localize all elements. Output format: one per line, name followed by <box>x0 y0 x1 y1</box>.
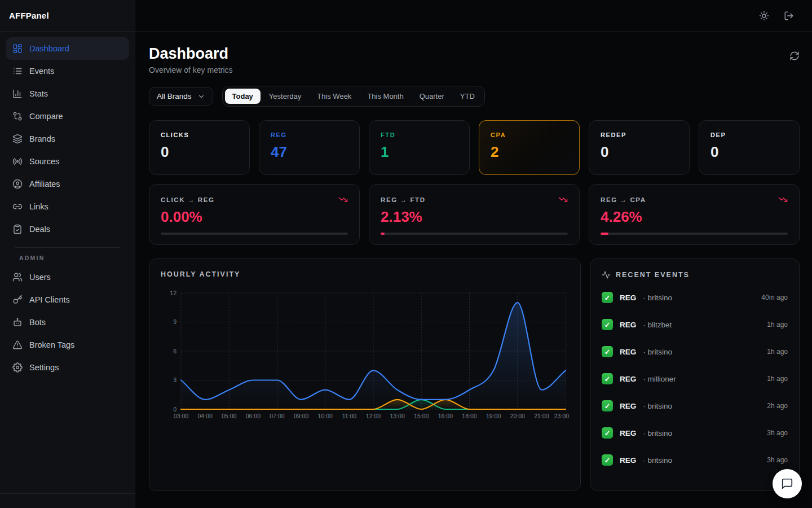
bottom-row: HOURLY ACTIVITY 03691203:0004:0005:0006:… <box>149 259 800 491</box>
progress-bar <box>381 233 568 235</box>
sidebar-item-events[interactable]: Events <box>6 60 129 82</box>
event-type: REG <box>620 456 636 465</box>
stat-card-cpa[interactable]: CPA 2 <box>479 120 580 175</box>
tab-quarter[interactable]: Quarter <box>412 89 452 104</box>
sidebar-nav: Dashboard Events Stats Compare Brands So… <box>0 32 135 379</box>
event-brand: britsino <box>643 348 672 356</box>
stat-label: CLICKS <box>161 132 238 138</box>
logout-button[interactable] <box>784 11 794 21</box>
event-type: REG <box>620 348 636 356</box>
tab-this-week[interactable]: This Week <box>310 89 359 104</box>
sidebar-item-settings[interactable]: Settings <box>6 356 129 379</box>
chat-button[interactable] <box>773 469 802 498</box>
event-time: 1h ago <box>767 348 788 356</box>
sidebar-item-bots[interactable]: Bots <box>6 311 129 334</box>
sidebar-item-brands[interactable]: Brands <box>6 128 129 150</box>
event-row: REG britsino 2h ago <box>602 392 788 419</box>
event-row: REG britsino 3h ago <box>602 419 788 446</box>
sidebar-collapse-button[interactable] <box>117 11 126 20</box>
stat-label: REG <box>271 132 348 138</box>
tab-this-month[interactable]: This Month <box>360 89 411 104</box>
stat-value: 0 <box>601 143 678 161</box>
stat-label: FTD <box>381 132 458 138</box>
sidebar-item-label: Stats <box>29 89 48 98</box>
main-area: Dashboard Overview of key metrics All Br… <box>135 0 812 508</box>
sidebar-item-broken-tags[interactable]: Broken Tags <box>6 334 129 356</box>
sidebar-item-label: Links <box>29 202 48 211</box>
conversion-label: CLICK → REG <box>161 196 215 203</box>
sidebar-item-api-clients[interactable]: API Clients <box>6 288 129 311</box>
sidebar-item-label: Bots <box>29 318 46 327</box>
event-type: REG <box>620 294 636 302</box>
tab-ytd[interactable]: YTD <box>453 89 482 104</box>
alert-triangle-icon <box>12 340 23 350</box>
stat-card-dep[interactable]: DEP 0 <box>699 120 800 175</box>
list-icon <box>12 66 23 76</box>
stat-value: 47 <box>271 143 348 161</box>
bar-chart-icon <box>12 89 23 99</box>
conversion-value: 4.26% <box>601 208 788 226</box>
trending-down-icon <box>778 195 788 204</box>
page-subtitle: Overview of key metrics <box>149 65 233 75</box>
stat-value: 0 <box>710 143 788 161</box>
svg-text:09:00: 09:00 <box>294 413 308 419</box>
tab-today[interactable]: Today <box>225 89 261 104</box>
layout-dashboard-icon <box>12 43 23 54</box>
sidebar-item-label: Users <box>29 273 51 282</box>
svg-text:23:00: 23:00 <box>554 413 569 419</box>
key-icon <box>12 295 23 305</box>
event-type: REG <box>620 429 636 437</box>
sun-icon <box>759 11 769 21</box>
stat-card-reg[interactable]: REG 47 <box>259 120 360 175</box>
sidebar-item-affiliates[interactable]: Affiliates <box>6 173 129 195</box>
conversion-card-reg-ftd: REG → FTD 2.13% <box>369 184 580 245</box>
stat-card-clicks[interactable]: CLICKS 0 <box>149 120 250 175</box>
sidebar-item-stats[interactable]: Stats <box>6 82 129 105</box>
theme-toggle-button[interactable] <box>759 11 769 21</box>
event-time: 1h ago <box>767 321 788 329</box>
refresh-icon <box>789 51 800 61</box>
recent-events-header: RECENT EVENTS <box>602 270 788 279</box>
sidebar-item-links[interactable]: Links <box>6 195 129 218</box>
stats-row: CLICKS 0 REG 47 FTD 1 CPA 2 REDEP 0 <box>149 120 800 175</box>
page-header: Dashboard Overview of key metrics <box>149 45 800 75</box>
event-row: REG britsino 40m ago <box>602 284 788 311</box>
sidebar-item-sources[interactable]: Sources <box>6 150 129 173</box>
event-time: 2h ago <box>767 402 788 410</box>
layers-icon <box>12 134 23 144</box>
brand-selector[interactable]: All Brands <box>149 87 213 106</box>
event-brand: millioner <box>643 375 676 383</box>
sidebar-item-dashboard[interactable]: Dashboard <box>6 37 129 60</box>
recent-events-panel: RECENT EVENTS REG britsino 40m ago REG <box>590 259 800 491</box>
stat-card-ftd[interactable]: FTD 1 <box>369 120 470 175</box>
check-icon <box>602 373 613 384</box>
hourly-activity-title: HOURLY ACTIVITY <box>161 270 569 278</box>
sidebar-item-label: Settings <box>29 363 59 372</box>
hourly-activity-chart: 03691203:0004:0005:0006:0007:0009:0010:0… <box>161 287 569 423</box>
svg-text:0: 0 <box>173 406 176 413</box>
sidebar-item-label: Events <box>29 67 54 76</box>
event-time: 3h ago <box>767 456 788 464</box>
svg-text:19:00: 19:00 <box>486 413 501 419</box>
svg-text:07:00: 07:00 <box>270 413 284 419</box>
event-brand: britsino <box>643 294 672 302</box>
filters-row: All Brands Today Yesterday This Week Thi… <box>149 86 800 107</box>
conversion-card-click-reg: CLICK → REG 0.00% <box>149 184 360 245</box>
sidebar-item-compare[interactable]: Compare <box>6 105 129 128</box>
event-type: REG <box>620 321 636 329</box>
tab-yesterday[interactable]: Yesterday <box>262 89 308 104</box>
check-icon <box>602 427 613 439</box>
sidebar-item-users[interactable]: Users <box>6 266 129 288</box>
svg-text:9: 9 <box>173 318 176 325</box>
svg-text:6: 6 <box>173 348 176 354</box>
stat-value: 0 <box>161 143 238 161</box>
chevron-left-icon <box>117 11 126 20</box>
refresh-button[interactable] <box>789 51 800 61</box>
bot-icon <box>12 317 23 327</box>
sidebar-item-deals[interactable]: Deals <box>6 218 129 240</box>
users-icon <box>12 272 23 282</box>
svg-text:03:00: 03:00 <box>174 413 188 419</box>
event-row: REG britsino 3h ago <box>602 446 788 474</box>
svg-text:11:00: 11:00 <box>342 413 357 419</box>
stat-card-redep[interactable]: REDEP 0 <box>589 120 690 175</box>
